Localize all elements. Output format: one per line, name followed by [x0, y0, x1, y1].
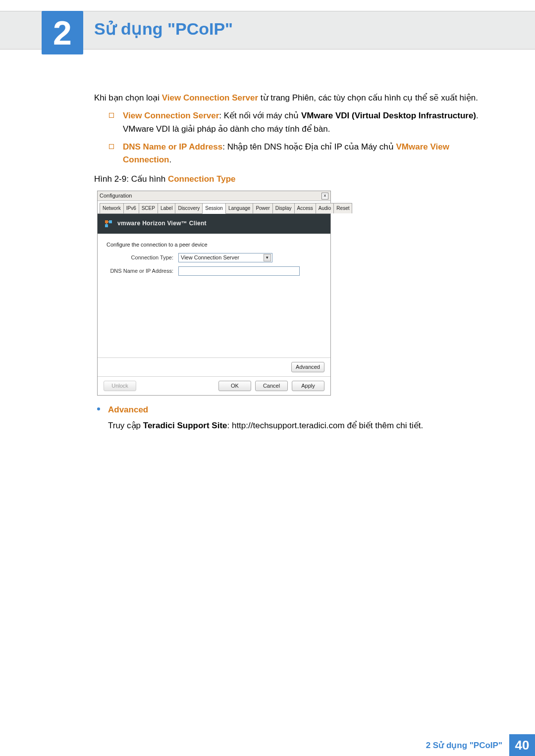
- bullet-advanced: Advanced Truy cập Teradici Support Site:…: [94, 403, 488, 433]
- peer-text: Configure the connection to a peer devic…: [107, 241, 321, 249]
- chevron-down-icon[interactable]: ▾: [264, 254, 271, 261]
- dialog-title: Configuration: [100, 192, 132, 200]
- figure-caption: Hình 2-9: Cấu hình Connection Type: [94, 173, 488, 186]
- config-dialog: Configuration × NetworkIPv6SCEPLabelDisc…: [97, 191, 331, 396]
- tab-session[interactable]: Session: [202, 203, 226, 214]
- tab-scep[interactable]: SCEP: [139, 203, 158, 213]
- b2-t2: .: [169, 155, 172, 164]
- dot-bullet-list: Advanced Truy cập Teradici Support Site:…: [94, 403, 488, 433]
- tab-audio[interactable]: Audio: [316, 203, 334, 213]
- cancel-button[interactable]: Cancel: [255, 381, 288, 391]
- tab-reset[interactable]: Reset: [333, 203, 352, 213]
- svg-rect-1: [109, 220, 112, 223]
- page-footer: 2 Sử dụng "PCoIP" 40: [426, 734, 535, 756]
- advanced-row: Advanced: [98, 358, 330, 376]
- vmware-banner: vmware Horizon View™ Client: [98, 214, 330, 234]
- adv-t1: Truy cập: [108, 421, 143, 430]
- adv-bold: Teradici Support Site: [143, 421, 227, 430]
- footer-text: 2 Sử dụng "PCoIP": [426, 740, 502, 751]
- row-dns: DNS Name or IP Address:: [107, 266, 321, 276]
- intro-paragraph: Khi bạn chọn loại View Connection Server…: [94, 92, 488, 104]
- unlock-button[interactable]: Unlock: [104, 381, 136, 391]
- tab-discovery[interactable]: Discovery: [175, 203, 203, 213]
- tab-ipv6[interactable]: IPv6: [123, 203, 139, 213]
- svg-rect-0: [105, 220, 108, 223]
- content-area: Khi bạn chọn loại View Connection Server…: [94, 92, 488, 436]
- label-connection-type: Connection Type:: [107, 253, 173, 262]
- ok-button[interactable]: OK: [218, 381, 251, 391]
- page-number: 40: [509, 734, 535, 756]
- dialog-tabs: NetworkIPv6SCEPLabelDiscoverySessionLang…: [98, 201, 330, 214]
- bottom-buttons: Unlock OK Cancel Apply: [98, 377, 330, 395]
- tab-label[interactable]: Label: [158, 203, 175, 213]
- b1-t1: : Kết nối với máy chủ: [219, 111, 301, 120]
- vmware-icon: [105, 220, 112, 228]
- close-icon[interactable]: ×: [321, 193, 328, 200]
- connection-type-value: View Connection Server: [181, 253, 239, 262]
- tab-access[interactable]: Access: [294, 203, 316, 213]
- b2-t1: : Nhập tên DNS hoặc Địa chỉ IP của Máy c…: [222, 142, 396, 151]
- dialog-titlebar: Configuration ×: [98, 191, 330, 201]
- square-bullet-list: View Connection Server: Kết nối với máy …: [109, 109, 488, 166]
- tab-power[interactable]: Power: [253, 203, 272, 213]
- bullet-dns-address: DNS Name or IP Address: Nhập tên DNS hoặ…: [109, 141, 488, 167]
- tab-network[interactable]: Network: [100, 203, 124, 213]
- tab-language[interactable]: Language: [225, 203, 254, 213]
- figcap-prefix: Hình 2-9: Cấu hình: [94, 174, 168, 184]
- apply-button[interactable]: Apply: [292, 381, 324, 391]
- intro-prefix: Khi bạn chọn loại: [94, 93, 162, 102]
- row-connection-type: Connection Type: View Connection Server …: [107, 253, 321, 262]
- adv-t2: : http://techsupport.teradici.com để biế…: [227, 421, 424, 430]
- tab-display[interactable]: Display: [272, 203, 295, 213]
- banner-text: vmware Horizon View™ Client: [117, 219, 207, 228]
- svg-rect-2: [105, 224, 108, 227]
- bullet-view-connection-server: View Connection Server: Kết nối với máy …: [109, 109, 488, 136]
- form-area: Configure the connection to a peer devic…: [98, 234, 330, 357]
- b1-hl: View Connection Server: [123, 111, 219, 120]
- connection-type-select[interactable]: View Connection Server ▾: [178, 253, 272, 262]
- advanced-heading: Advanced: [108, 405, 148, 414]
- b1-bold: VMware VDI (Virtual Desktop Infrastructu…: [301, 111, 476, 120]
- label-dns: DNS Name or IP Address:: [107, 267, 173, 275]
- b2-hl1: DNS Name or IP Address: [123, 142, 222, 151]
- dns-input[interactable]: [178, 266, 300, 276]
- advanced-button[interactable]: Advanced: [291, 362, 324, 372]
- intro-suffix: từ trang Phiên, các tùy chọn cấu hình cụ…: [258, 93, 478, 102]
- figcap-hl: Connection Type: [168, 174, 236, 184]
- page-title: Sử dụng "PCoIP": [94, 19, 233, 39]
- advanced-text: Truy cập Teradici Support Site: http://t…: [108, 419, 488, 432]
- chapter-number: 2: [42, 11, 83, 54]
- intro-highlight: View Connection Server: [162, 93, 258, 102]
